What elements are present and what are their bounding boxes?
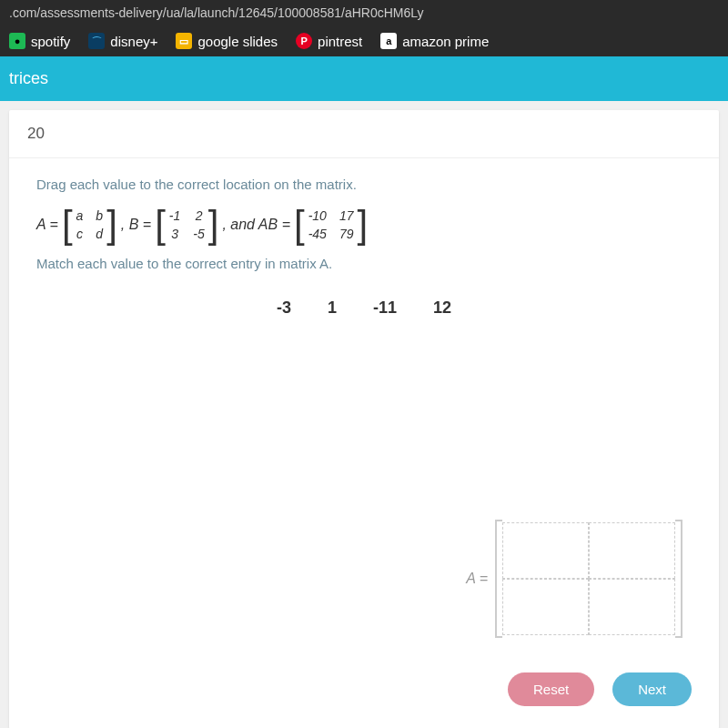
matrix-cell: -45 [308,227,327,241]
and-text: , and AB = [222,217,290,233]
draggable-value[interactable]: -11 [373,298,397,318]
bookmark-amazon[interactable]: a amazon prime [380,33,489,49]
left-bracket-icon: [ [294,209,305,240]
draggable-values-row: -3 1 -11 12 [36,298,692,318]
drop-area: A = [466,520,682,638]
matrix-cell: a [76,208,84,223]
matrix-a: [ a b c d ] [62,208,117,241]
content-area: 20 Drag each value to the correct locati… [0,101,728,728]
amazon-icon: a [380,33,397,49]
matrix-cell: 79 [339,227,354,241]
disney-icon: ⌒ [88,33,105,49]
matrix-cell: 2 [193,208,204,223]
matrix-cell: b [96,208,103,223]
reset-button[interactable]: Reset [508,672,594,706]
drop-matrix-label: A = [466,571,488,587]
matrix-cell: c [76,227,84,241]
bookmarks-bar: ● spotify ⌒ disney+ ▭ google slides P pi… [0,25,728,56]
matrix-cell: d [96,227,103,241]
draggable-value[interactable]: 12 [433,298,451,318]
drop-cell-b[interactable] [589,522,675,579]
bookmark-label: google slides [197,34,278,49]
left-bracket-icon: [ [155,209,166,240]
bookmark-label: spotify [31,34,70,49]
page-header: trices [0,56,728,101]
question-body: Drag each value to the correct location … [9,158,719,372]
instruction-text: Drag each value to the correct location … [36,177,692,192]
matrix-cell: 3 [169,227,180,241]
matrix-cell: -5 [193,227,204,241]
drop-cell-c[interactable] [502,579,589,635]
right-bracket-icon [675,520,682,638]
page-title: trices [9,69,48,87]
matrix-cell: -10 [308,208,327,223]
bookmark-disney[interactable]: ⌒ disney+ [88,33,157,49]
right-bracket-icon: ] [106,209,117,240]
sub-instruction-text: Match each value to the correct entry in… [36,256,692,271]
matrix-ab: [ -10 17 -45 79 ] [294,208,368,241]
button-row: Reset Next [508,672,692,706]
bookmark-label: amazon prime [402,34,489,49]
spotify-icon: ● [9,33,25,49]
drop-cell-a[interactable] [502,522,589,579]
question-number: 20 [9,110,719,158]
bookmark-label: disney+ [110,34,157,49]
bookmark-label: pintrest [318,34,362,49]
question-card: 20 Drag each value to the correct locati… [9,110,719,728]
math-equation-row: A = [ a b c d ] , B = [ -1 2 [36,208,692,241]
matrix-cell: -1 [169,208,180,223]
bookmark-spotify[interactable]: ● spotify [9,33,70,49]
matrix-b: [ -1 2 3 -5 ] [155,208,218,241]
address-bar[interactable]: .com/assessments-delivery/ua/la/launch/1… [0,0,728,25]
matrix-b-label: , B = [121,217,151,233]
drop-matrix [495,520,682,638]
left-bracket-icon [495,520,502,638]
bookmark-slides[interactable]: ▭ google slides [176,33,278,49]
left-bracket-icon: [ [62,209,73,240]
bookmark-pinterest[interactable]: P pintrest [296,33,362,49]
draggable-value[interactable]: -3 [277,298,291,318]
next-button[interactable]: Next [612,672,692,706]
drop-cell-d[interactable] [589,579,675,635]
matrix-cell: 17 [339,208,354,223]
right-bracket-icon: ] [357,209,368,240]
right-bracket-icon: ] [208,209,219,240]
pinterest-icon: P [296,33,312,49]
draggable-value[interactable]: 1 [328,298,337,318]
slides-icon: ▭ [176,33,192,49]
matrix-a-label: A = [36,217,58,233]
